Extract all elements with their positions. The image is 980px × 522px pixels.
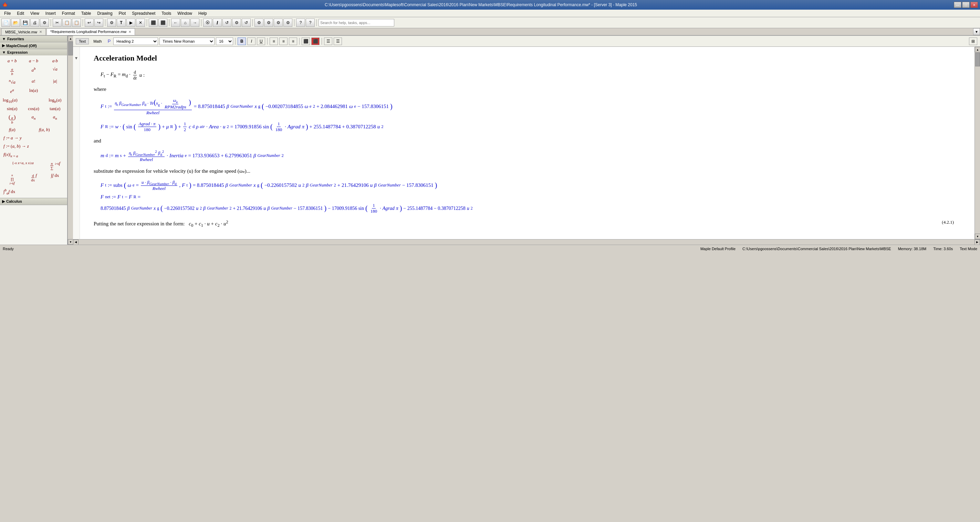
expr-nroot[interactable]: n√a	[2, 78, 22, 86]
menu-window[interactable]: Window	[175, 10, 195, 16]
toolbar-btn-6[interactable]: ⬛	[149, 19, 158, 27]
expr-integral[interactable]: ∫f dx	[45, 172, 65, 186]
expr-eval[interactable]: f(x)|x = a	[2, 151, 65, 159]
font-select[interactable]: Times New Roman	[159, 38, 215, 45]
toolbar-btn-9[interactable]: ⌂	[181, 19, 190, 27]
menu-view[interactable]: View	[27, 10, 42, 16]
save-button[interactable]: 💾	[21, 19, 30, 27]
toolbar-btn-4[interactable]: ▶	[126, 19, 135, 27]
menu-insert[interactable]: Insert	[43, 10, 59, 16]
expand-button[interactable]: ⊞	[969, 38, 977, 45]
list-button[interactable]: ☰	[324, 38, 332, 45]
expr-sum-sigma[interactable]: n∑ i=kf	[45, 160, 65, 171]
toolbar-btn-11[interactable]: ⦿	[203, 19, 212, 27]
underline-button[interactable]: U	[257, 38, 265, 45]
tab-requirements[interactable]: *Requirements Longitudinal Performance.m…	[46, 28, 135, 35]
expr-product[interactable]: n∏i=kf	[2, 172, 22, 186]
toolbar-btn-16[interactable]: ⚙	[255, 19, 263, 27]
new-button[interactable]: 📄	[2, 19, 10, 27]
expr-power[interactable]: ab	[24, 66, 43, 76]
sidebar-scroll-up[interactable]: ▲	[68, 36, 73, 41]
undo-button[interactable]: ↩	[85, 19, 94, 27]
indent-button[interactable]: ⬛	[302, 38, 310, 45]
close-button[interactable]: ✕	[970, 2, 978, 8]
sidebar-favorites-header[interactable]: ▼ Favorites	[0, 36, 67, 42]
sidebar-calculus-header[interactable]: ▶ Calculus	[0, 198, 67, 205]
sidebar-scroll-down[interactable]: ▼	[68, 239, 73, 245]
menu-plot[interactable]: Plot	[116, 10, 129, 16]
minimize-button[interactable]: —	[954, 2, 961, 8]
print2-button[interactable]: ⚙	[40, 19, 49, 27]
align-center-button[interactable]: ≡	[279, 38, 288, 45]
indent2-button[interactable]: ⬛	[311, 38, 320, 45]
toolbar-btn-10[interactable]: →	[191, 19, 199, 27]
expr-sin[interactable]: sin(a)	[2, 105, 22, 112]
toolbar-btn-12[interactable]: I	[213, 19, 222, 27]
expr-def-integral[interactable]: ∫baf dx	[2, 187, 65, 196]
toolbar-btn-17[interactable]: ⚙	[264, 19, 273, 27]
toolbar-btn-20[interactable]: ?	[296, 19, 305, 27]
expr-factorial[interactable]: a!	[24, 78, 43, 86]
scroll-right-button[interactable]: ▶	[975, 240, 980, 245]
sidebar-maplecloud-header[interactable]: ▶ MapleCloud (Off)	[0, 42, 67, 49]
toolbar-btn-3[interactable]: ⚙	[107, 19, 116, 27]
maximize-button[interactable]: □	[962, 2, 970, 8]
expr-prod[interactable]: a·b	[45, 57, 65, 64]
redo-button[interactable]: ↪	[94, 19, 103, 27]
paste-button[interactable]: 📋	[72, 19, 81, 27]
menu-file[interactable]: File	[2, 10, 13, 16]
tab-mbse-vehicle-close[interactable]: ✕	[39, 30, 42, 34]
toolbar-btn-19[interactable]: ⚙	[283, 19, 292, 27]
toolbar-btn-5[interactable]: ✕	[136, 19, 145, 27]
tab-mbse-vehicle[interactable]: MBSE_Vehicle.mw ✕	[2, 28, 46, 35]
expr-cos[interactable]: cos(a)	[24, 105, 43, 112]
toolbar-btn-8[interactable]: ←	[171, 19, 180, 27]
text-toggle[interactable]: Text	[76, 38, 89, 44]
expr-sqrt[interactable]: √a	[45, 66, 65, 76]
bold-button[interactable]: B	[238, 38, 246, 45]
menu-drawing[interactable]: Drawing	[95, 10, 115, 16]
menu-format[interactable]: Format	[59, 10, 78, 16]
scroll-left-button[interactable]: ◀	[73, 240, 78, 245]
expr-assign-arrow[interactable]: f := a → y	[2, 135, 65, 141]
expr-sub2[interactable]: an	[45, 114, 65, 125]
toolbar-btn-18[interactable]: ⚙	[274, 19, 283, 27]
align-right-button[interactable]: ≡	[289, 38, 297, 45]
cut-button[interactable]: ✂	[52, 19, 62, 27]
italic-button[interactable]: I	[247, 38, 256, 45]
menu-tools[interactable]: Tools	[159, 10, 174, 16]
style-select[interactable]: Heading 2	[113, 38, 158, 45]
tab-collapse-button[interactable]: ▼	[973, 28, 980, 35]
expr-piecewise[interactable]: {-x x<a, x x≥a	[2, 160, 44, 171]
toolbar-btn-14[interactable]: ⚙	[232, 19, 241, 27]
toolbar-btn-7[interactable]: ⬛	[158, 19, 167, 27]
expr-tan[interactable]: tan(a)	[45, 105, 65, 112]
expr-abs[interactable]: |a|	[45, 78, 65, 86]
scroll-thumb[interactable]	[975, 52, 980, 67]
print-button[interactable]: 🖨	[30, 19, 39, 27]
expr-ln[interactable]: ln(a)	[24, 87, 43, 95]
expr-exp[interactable]: ea	[2, 87, 22, 95]
scroll-down-button[interactable]: ▼	[975, 234, 980, 239]
expr-func1[interactable]: f(a)	[2, 126, 22, 133]
align-left-button[interactable]: ≡	[270, 38, 278, 45]
content-scroll[interactable]: Acceleration Model Ft − FR = md · d dt u…	[80, 47, 975, 239]
math-toggle[interactable]: Math	[90, 38, 105, 44]
expr-func2[interactable]: f(a, b)	[24, 126, 65, 133]
open-button[interactable]: 📂	[11, 19, 20, 27]
toolbar-btn-15[interactable]: ↺	[242, 19, 251, 27]
toolbar-btn-13[interactable]: ↺	[223, 19, 231, 27]
expr-binomial[interactable]: (ab)	[2, 114, 22, 125]
expr-logb[interactable]: logb(a)	[45, 97, 65, 104]
expr-diff[interactable]: a − b	[24, 57, 43, 64]
expr-assign-arrow2[interactable]: f := (a, b) → z	[2, 143, 65, 150]
menu-help[interactable]: Help	[196, 10, 210, 16]
expr-sub1[interactable]: an	[24, 114, 43, 125]
menu-spreadsheet[interactable]: Spreadsheet	[129, 10, 158, 16]
numberedlist-button[interactable]: ☰	[334, 38, 342, 45]
toolbar-btn-T[interactable]: T	[117, 19, 126, 27]
copy-button[interactable]: 📋	[62, 19, 71, 27]
expr-deriv[interactable]: ddxf	[24, 172, 43, 186]
expr-sum[interactable]: a + b	[2, 57, 22, 64]
menu-table[interactable]: Table	[78, 10, 94, 16]
